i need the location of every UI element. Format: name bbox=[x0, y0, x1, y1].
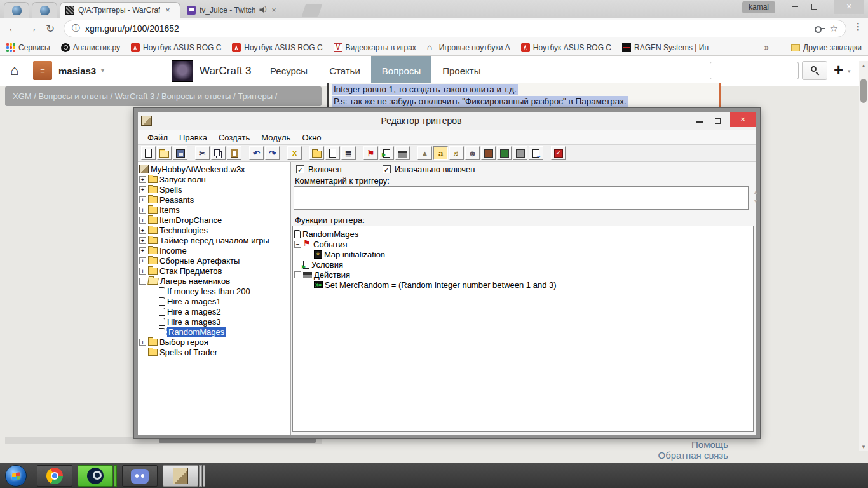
tree-expander[interactable]: + bbox=[139, 257, 146, 264]
warcraft3-logo[interactable] bbox=[172, 60, 193, 82]
new-tab-button[interactable] bbox=[302, 4, 322, 17]
taskbar-worldeditor-stacked-window[interactable] bbox=[199, 465, 202, 487]
bookmark-item[interactable]: Видеокарты в играх bbox=[334, 43, 416, 52]
comment-scroll-arrows[interactable]: ▴ ▾ bbox=[751, 187, 760, 205]
tree-row[interactable]: + Выбор героя bbox=[139, 337, 289, 347]
editor-menu-item[interactable]: Правка bbox=[173, 133, 213, 142]
toolbar-button[interactable] bbox=[481, 146, 496, 160]
tab-close-icon[interactable]: × bbox=[164, 6, 171, 15]
tree-row[interactable]: Hire a mages1 bbox=[150, 296, 289, 306]
tree-item-label[interactable]: Income bbox=[159, 246, 187, 255]
tree-expander[interactable]: + bbox=[139, 339, 146, 346]
editor-menu-item[interactable]: Окно bbox=[296, 133, 327, 142]
browser-scrollbar[interactable]: ▴ ▾ bbox=[859, 61, 868, 451]
tree-item-label[interactable]: Стак Предметов bbox=[159, 266, 222, 276]
toolbar-button[interactable] bbox=[325, 146, 340, 160]
tree-item-label[interactable]: Выбор героя bbox=[159, 337, 208, 347]
function-expander[interactable] bbox=[305, 281, 312, 288]
window-maximize-button[interactable] bbox=[804, 0, 824, 14]
bookmark-item[interactable]: Ноутбук ASUS ROG C bbox=[131, 43, 221, 52]
tree-row[interactable]: − Лагерь наемников bbox=[139, 276, 289, 286]
tree-row[interactable]: + Peasants bbox=[139, 194, 289, 205]
enabled-checkbox[interactable]: ✓ bbox=[296, 165, 304, 173]
add-caret-icon[interactable]: ▾ bbox=[848, 68, 851, 74]
function-row[interactable]: Set MercRandom = (Random integer number … bbox=[305, 280, 752, 290]
editor-menu-item[interactable]: Модуль bbox=[255, 133, 296, 142]
editor-maximize-button[interactable] bbox=[709, 116, 726, 126]
tree-item-label[interactable]: MyHobbyAtWeekend.w3x bbox=[151, 165, 245, 174]
chrome-menu-icon[interactable]: ⋮ bbox=[853, 21, 863, 32]
bookmark-item[interactable]: Ноутбук ASUS ROG C bbox=[232, 43, 322, 52]
scroll-down-icon[interactable]: ▾ bbox=[751, 196, 760, 205]
comment-textarea[interactable] bbox=[294, 186, 749, 210]
browser-tab[interactable]: tv_Juice - Twitch × bbox=[182, 2, 302, 18]
toolbar-button[interactable] bbox=[395, 146, 410, 160]
function-expander[interactable] bbox=[305, 251, 312, 258]
toolbar-button[interactable] bbox=[379, 146, 394, 160]
window-close-button[interactable]: × bbox=[834, 0, 864, 14]
tree-row[interactable]: + Items bbox=[139, 205, 289, 215]
taskbar-steam-button[interactable] bbox=[78, 465, 113, 487]
add-button[interactable]: + bbox=[834, 60, 843, 80]
tree-expander[interactable]: + bbox=[139, 247, 146, 254]
tree-row[interactable]: + Стак Предметов bbox=[139, 266, 289, 276]
toolbar-button[interactable] bbox=[497, 146, 512, 160]
site-nav-item[interactable]: Проекты bbox=[431, 56, 491, 86]
toolbar-button[interactable] bbox=[551, 146, 566, 160]
tree-item-label[interactable]: Hire a mages2 bbox=[167, 307, 221, 316]
window-minimize-button[interactable] bbox=[785, 0, 804, 14]
toolbar-button[interactable] bbox=[211, 146, 226, 160]
function-row[interactable]: RandomMages bbox=[294, 229, 752, 239]
tree-item-label[interactable]: If money less than 200 bbox=[167, 287, 250, 296]
editor-menu-item[interactable]: Создать bbox=[213, 133, 255, 142]
tree-row[interactable]: + Запуск волн bbox=[139, 174, 289, 184]
help-link[interactable]: Помощь bbox=[658, 439, 728, 450]
tree-expander[interactable] bbox=[150, 308, 157, 315]
function-expander[interactable] bbox=[294, 261, 301, 268]
tree-item-label[interactable]: Items bbox=[159, 205, 180, 215]
toolbar-button[interactable] bbox=[309, 146, 324, 160]
profile-badge[interactable]: kamal bbox=[742, 1, 775, 13]
toolbar-button[interactable] bbox=[227, 146, 241, 160]
start-button[interactable] bbox=[5, 465, 27, 487]
function-row[interactable]: Условия bbox=[294, 259, 752, 269]
toolbar-button[interactable]: ≣ bbox=[341, 146, 356, 160]
taskbar-steam-stacked-window[interactable] bbox=[114, 465, 117, 487]
tree-row[interactable]: Hire a mages2 bbox=[150, 306, 289, 316]
tree-expander[interactable] bbox=[150, 288, 157, 295]
tree-item-label[interactable]: Сборные Артефакты bbox=[159, 256, 240, 266]
scrollbar-thumb[interactable] bbox=[860, 79, 867, 103]
forward-button[interactable]: → bbox=[27, 22, 37, 35]
omnibox[interactable]: ⓘ xgm.guru/p/100/201652 ☆ bbox=[64, 20, 846, 37]
tree-expander[interactable]: + bbox=[139, 186, 146, 193]
site-brand[interactable]: WarCraft 3 bbox=[200, 65, 252, 78]
bookmark-item[interactable]: RAGEN Systems | Ин bbox=[622, 43, 709, 52]
tree-expander[interactable]: + bbox=[139, 227, 146, 234]
toolbar-button[interactable]: ⚑ bbox=[363, 146, 378, 160]
site-home-icon[interactable]: ⌂ bbox=[10, 62, 18, 79]
initially-on-checkbox[interactable]: ✓ bbox=[383, 165, 391, 173]
pinned-tab-xgm-1[interactable] bbox=[4, 2, 29, 18]
toolbar-button[interactable] bbox=[173, 146, 187, 160]
tree-item-label[interactable]: Hire a mages1 bbox=[167, 297, 221, 306]
function-label[interactable]: События bbox=[313, 240, 348, 249]
function-label[interactable]: Условия bbox=[311, 260, 343, 269]
tree-row[interactable]: + Таймер перед началом игры bbox=[139, 235, 289, 245]
toolbar-button[interactable] bbox=[157, 146, 172, 160]
toolbar-button[interactable]: ✂ bbox=[195, 146, 210, 160]
toolbar-button[interactable]: ▲ bbox=[417, 146, 432, 160]
taskbar-worldeditor-stacked-window[interactable] bbox=[203, 465, 205, 487]
tree-item-label[interactable]: Лагерь наемников bbox=[160, 276, 230, 286]
tree-item-label[interactable]: RandomMages bbox=[167, 327, 226, 337]
breadcrumb[interactable]: XGM / Вопросы и ответы / WarCraft 3 / Во… bbox=[5, 86, 322, 106]
bookmarks-overflow-icon[interactable]: » bbox=[764, 43, 769, 52]
function-expander[interactable]: − bbox=[294, 241, 301, 248]
search-input[interactable] bbox=[710, 62, 799, 79]
password-key-icon[interactable] bbox=[815, 25, 825, 32]
site-nav-item[interactable]: Статьи bbox=[318, 56, 371, 86]
feedback-link[interactable]: Обратная связь bbox=[658, 450, 728, 461]
tree-row[interactable]: Hire a mages3 bbox=[150, 316, 289, 327]
tree-row[interactable]: MyHobbyAtWeekend.w3x bbox=[139, 164, 289, 174]
trigger-functions-list[interactable]: RandomMages − События Map initialization bbox=[292, 226, 754, 432]
tree-item-label[interactable]: Запуск волн bbox=[159, 175, 206, 184]
